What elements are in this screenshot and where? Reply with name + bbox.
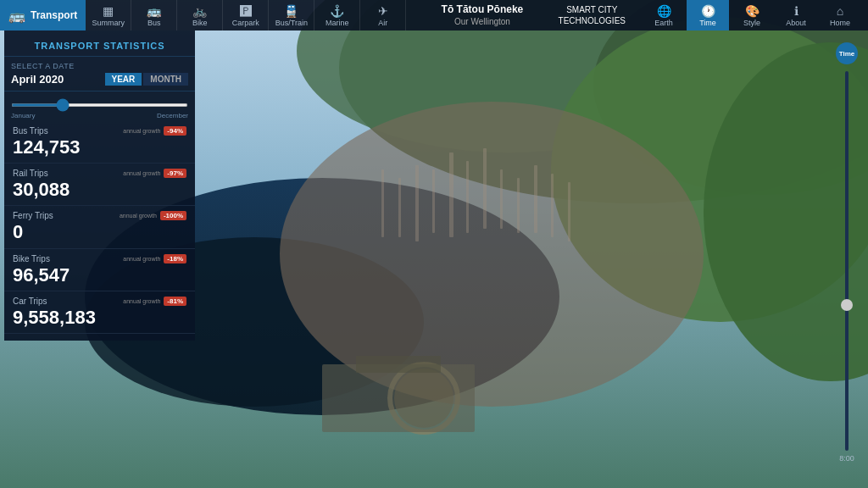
- stat-label-row-rail: Rail Trips annual growth -97%: [13, 169, 186, 178]
- stat-value-bike: 96,547: [13, 263, 186, 289]
- slider-min-label: January: [11, 112, 35, 119]
- growth-label-bus: annual growth: [123, 128, 160, 134]
- date-slider[interactable]: [11, 103, 188, 107]
- stat-label-row-ferry: Ferry Trips annual growth -100%: [13, 211, 186, 220]
- growth-label-car: annual growth: [123, 298, 160, 304]
- home-icon: ⌂: [837, 4, 843, 18]
- time-icon: 🕐: [701, 4, 715, 18]
- style-icon: 🎨: [745, 4, 760, 18]
- nav-air-label: Air: [378, 19, 387, 27]
- stat-row-car: Car Trips annual growth -81% 9,558,183: [4, 291, 195, 334]
- svg-rect-19: [551, 174, 554, 237]
- year-toggle-btn[interactable]: YEAR: [105, 73, 142, 86]
- nav-bustrain[interactable]: 🚆 Bus/Train: [269, 0, 314, 30]
- svg-rect-20: [568, 182, 570, 241]
- select-date-label: SELECT A DATE: [11, 62, 188, 70]
- nav-marine-label: Marine: [326, 19, 349, 27]
- smart-city-label: SMART CITY TECHNOLOGIES: [559, 4, 643, 26]
- nav-style[interactable]: 🎨 Style: [731, 0, 773, 30]
- style-label: Style: [743, 19, 760, 27]
- earth-icon: 🌐: [657, 4, 671, 18]
- stat-label-row-bus: Bus Trips annual growth -94%: [13, 126, 186, 136]
- right-icons-group: 🌐 Earth 🕐 Time 🎨 Style ℹ About ⌂ Home: [643, 0, 868, 30]
- growth-label-bike: annual growth: [123, 256, 160, 262]
- svg-rect-17: [517, 178, 520, 233]
- slider-max-label: December: [157, 112, 188, 119]
- transport-icon: 🚌: [8, 8, 25, 24]
- stat-label-rail: Rail Trips: [13, 169, 48, 178]
- earth-label: Earth: [654, 19, 673, 27]
- svg-rect-24: [356, 356, 441, 373]
- growth-badge-bus: -94%: [164, 126, 186, 136]
- nav-bike-label: Bike: [192, 19, 208, 27]
- growth-badge-bike: -18%: [164, 254, 186, 263]
- growth-badge-ferry: -100%: [160, 211, 186, 220]
- svg-rect-15: [483, 148, 487, 229]
- nav-air[interactable]: ✈ Air: [360, 0, 406, 30]
- nav-time[interactable]: 🕐 Time: [687, 0, 729, 30]
- time-slider-panel: Time 8:00: [834, 42, 860, 463]
- stat-label-ferry: Ferry Trips: [13, 211, 53, 220]
- time-thumb[interactable]: [841, 299, 853, 311]
- bus-icon: 🚌: [147, 4, 161, 18]
- nav-bus-label: Bus: [147, 19, 161, 27]
- growth-badge-rail: -97%: [164, 169, 186, 178]
- time-circle-icon: Time: [836, 42, 858, 64]
- stat-label-bike: Bike Trips: [13, 254, 50, 263]
- date-selector: SELECT A DATE April 2020 YEAR MONTH: [4, 57, 195, 92]
- stat-value-rail: 30,088: [13, 178, 186, 203]
- nav-bus[interactable]: 🚌 Bus: [131, 0, 177, 30]
- growth-label-rail: annual growth: [123, 170, 160, 176]
- svg-rect-23: [322, 364, 475, 432]
- home-label: Home: [830, 19, 850, 27]
- svg-rect-16: [500, 169, 503, 229]
- stat-label-row-car: Car Trips annual growth -81%: [13, 297, 186, 306]
- stat-label-row-bike: Bike Trips annual growth -18%: [13, 254, 186, 263]
- air-icon: ✈: [378, 4, 388, 18]
- stat-label-car: Car Trips: [13, 297, 47, 306]
- about-label: About: [786, 19, 806, 27]
- city-name-maori: Tō Tātou Pōneke: [406, 3, 558, 17]
- time-icon-label: Time: [839, 50, 855, 58]
- stat-row-bus: Bus Trips annual growth -94% 124,753: [4, 121, 195, 164]
- stat-value-car: 9,558,183: [13, 306, 186, 331]
- nav-summary[interactable]: ▦ Summary: [86, 0, 131, 30]
- nav-home[interactable]: ⌂ Home: [819, 0, 861, 30]
- toggle-buttons: YEAR MONTH: [105, 73, 188, 86]
- stat-row-rail: Rail Trips annual growth -97% 30,088: [4, 164, 195, 206]
- nav-about[interactable]: ℹ About: [775, 0, 817, 30]
- date-slider-container: January December: [4, 92, 195, 121]
- growth-label-ferry: annual growth: [120, 213, 157, 219]
- top-navigation: 🚌 Transport ▦ Summary 🚌 Bus 🚲 Bike 🅿 Car…: [0, 0, 868, 30]
- svg-rect-10: [398, 178, 401, 237]
- stat-label-bus: Bus Trips: [13, 126, 48, 136]
- nav-icons-group: ▦ Summary 🚌 Bus 🚲 Bike 🅿 Carpark 🚆 Bus/T…: [86, 0, 406, 30]
- carpark-icon: 🅿: [240, 4, 252, 18]
- slider-labels: January December: [11, 112, 188, 119]
- nav-carpark[interactable]: 🅿 Carpark: [223, 0, 269, 30]
- summary-icon: ▦: [103, 4, 114, 18]
- month-toggle-btn[interactable]: MONTH: [143, 73, 188, 86]
- marine-icon: ⚓: [330, 4, 344, 18]
- bustrain-icon: 🚆: [284, 4, 298, 18]
- nav-marine[interactable]: ⚓ Marine: [314, 0, 360, 30]
- nav-earth[interactable]: 🌐 Earth: [643, 0, 685, 30]
- stat-value-ferry: 0: [13, 220, 186, 246]
- city-name-english: Our Wellington: [406, 16, 558, 27]
- svg-rect-18: [534, 165, 537, 233]
- nav-carpark-label: Carpark: [232, 19, 259, 27]
- stat-row-ferry: Ferry Trips annual growth -100% 0: [4, 206, 195, 248]
- nav-bike[interactable]: 🚲 Bike: [177, 0, 223, 30]
- time-label: Time: [699, 19, 716, 27]
- nav-bustrain-label: Bus/Train: [275, 19, 308, 27]
- stat-value-bus: 124,753: [13, 136, 186, 161]
- svg-rect-12: [432, 169, 435, 233]
- date-value: April 2020: [11, 73, 64, 86]
- time-track[interactable]: [845, 71, 849, 451]
- growth-badge-car: -81%: [164, 297, 186, 306]
- date-toggle-row: April 2020 YEAR MONTH: [11, 73, 188, 86]
- transport-tab[interactable]: 🚌 Transport: [0, 0, 86, 30]
- bike-icon: 🚲: [192, 4, 207, 18]
- nav-summary-label: Summary: [92, 19, 125, 27]
- svg-rect-9: [381, 169, 384, 237]
